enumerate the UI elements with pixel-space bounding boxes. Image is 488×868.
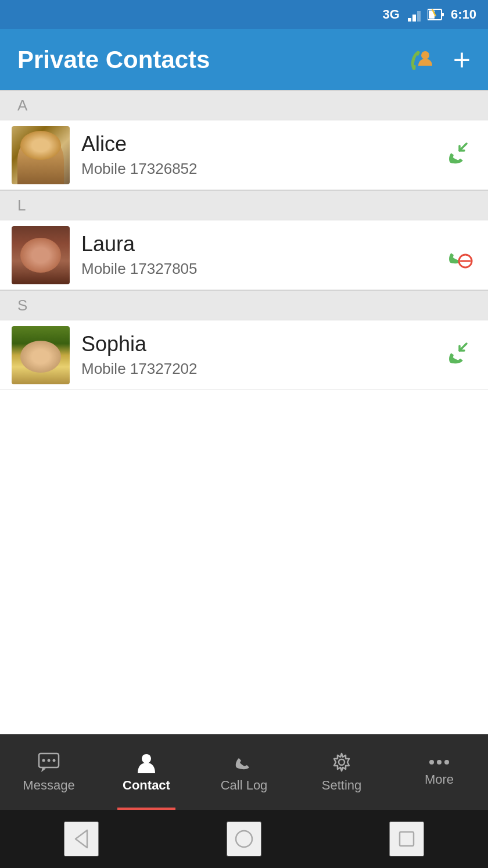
svg-point-16 [53,759,56,762]
svg-marker-1 [412,15,416,22]
signal-bars-icon [407,8,421,22]
contact-name-sophia: Sophia [81,332,442,356]
contact-row-sophia[interactable]: Sophia Mobile 17327202 [0,320,488,390]
svg-point-20 [437,760,442,765]
contact-icon [135,751,157,773]
svg-rect-4 [442,13,444,16]
header-actions: + [406,45,471,75]
nav-label-more: More [425,772,454,787]
nav-item-calllog[interactable]: Call Log [195,734,293,810]
nav-item-contact[interactable]: Contact [98,734,195,810]
svg-line-12 [460,344,467,351]
bottom-nav: Message Contact Call Log Setting More [0,734,488,810]
recent-button[interactable] [389,821,424,856]
nav-item-more[interactable]: More [390,734,488,810]
signal-indicator: 3G [383,7,400,22]
setting-icon [331,751,353,773]
home-button[interactable] [227,821,261,856]
nav-item-message[interactable]: Message [0,734,98,810]
contact-info-laura: Laura Mobile 17327805 [81,232,442,278]
section-header-l: L [0,190,488,220]
more-icon [428,757,450,767]
clock: 6:10 [451,7,476,22]
svg-point-19 [429,760,434,765]
system-nav-bar [0,810,488,868]
call-icon-sophia[interactable] [442,338,476,373]
svg-marker-0 [408,18,411,22]
avatar-sophia [12,326,70,384]
nav-label-message: Message [23,778,74,793]
add-icon: + [453,45,471,75]
contact-name-alice: Alice [81,132,442,156]
contact-info-sophia: Sophia Mobile 17327202 [81,332,442,378]
contacts-button[interactable] [406,45,436,75]
message-icon [38,751,60,773]
svg-point-21 [444,760,449,765]
back-icon [70,827,93,851]
nav-item-setting[interactable]: Setting [293,734,390,810]
section-header-a: A [0,90,488,120]
blocked-call-icon-laura [443,239,475,271]
section-header-s: S [0,290,488,320]
svg-point-15 [48,759,51,762]
svg-marker-22 [76,830,87,848]
avatar-alice [12,126,70,184]
call-icon-laura[interactable] [442,238,476,273]
svg-point-18 [339,759,345,765]
contact-name-laura: Laura [81,232,442,256]
section-letter-l: L [17,197,26,215]
contact-info-alice: Alice Mobile 17326852 [81,132,442,178]
svg-point-14 [42,759,45,762]
svg-point-23 [236,831,252,847]
calllog-icon [233,751,255,773]
contact-phone-laura: Mobile 17327805 [81,260,442,278]
contact-phone-icon [406,45,436,75]
incoming-call-icon-alice [443,139,475,171]
battery-icon [428,8,444,22]
nav-label-calllog: Call Log [221,778,268,793]
svg-marker-2 [417,11,421,22]
recent-icon [395,827,418,851]
back-button[interactable] [64,821,99,856]
status-bar: 3G 6:10 [0,0,488,29]
avatar-laura [12,226,70,284]
svg-rect-24 [400,832,414,846]
home-icon [232,827,256,851]
svg-point-7 [421,51,429,59]
svg-point-17 [142,754,151,763]
call-icon-alice[interactable] [442,138,476,173]
contact-row-alice[interactable]: Alice Mobile 17326852 [0,120,488,190]
contact-row-laura[interactable]: Laura Mobile 17327805 [0,220,488,290]
incoming-call-icon-sophia [443,339,475,371]
empty-content [0,390,488,751]
contact-phone-alice: Mobile 17326852 [81,160,442,178]
section-letter-s: S [17,297,27,315]
add-contact-button[interactable]: + [453,45,471,75]
app-header: Private Contacts + [0,29,488,90]
page-title: Private Contacts [17,46,406,74]
nav-label-contact: Contact [123,778,170,793]
section-letter-a: A [17,97,27,115]
contact-phone-sophia: Mobile 17327202 [81,360,442,378]
svg-line-8 [460,144,467,151]
nav-label-setting: Setting [322,778,362,793]
